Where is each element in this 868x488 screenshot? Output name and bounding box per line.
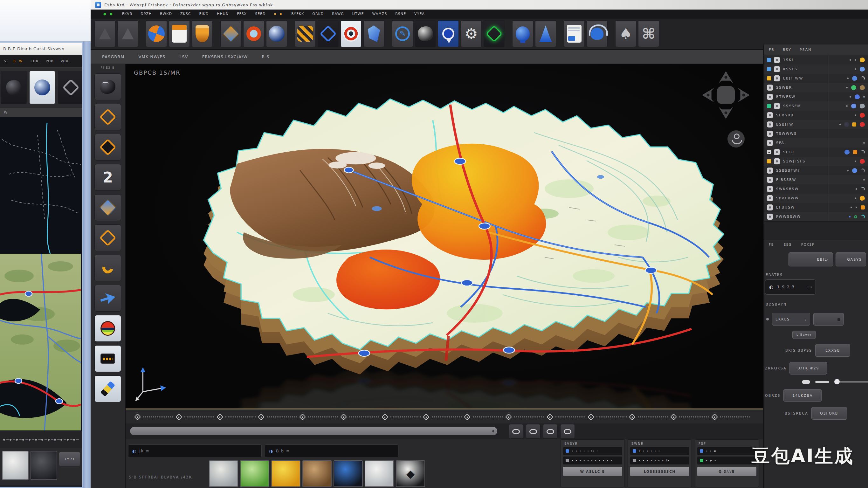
thumbnail-light-rock[interactable] <box>209 460 238 487</box>
panel-tab[interactable]: PSAN <box>800 48 812 52</box>
thumbnail-black-diamond[interactable]: ◆ <box>396 460 425 487</box>
menu-item[interactable]: QRKD <box>312 12 324 16</box>
mini-button[interactable]: L Bawrr <box>792 331 816 339</box>
pan-down-button[interactable] <box>719 107 733 119</box>
keyframe-marker[interactable] <box>134 413 141 420</box>
pan-right-button[interactable] <box>738 88 750 102</box>
menu-item[interactable]: EUR <box>31 59 39 63</box>
menu-item[interactable]: ● ● <box>103 12 114 16</box>
timeline-view-button[interactable] <box>526 424 540 439</box>
menu-item[interactable]: WBL <box>61 59 70 63</box>
keyframe-marker[interactable] <box>464 413 471 420</box>
secondary-window-titlebar[interactable]: R.B.E Dksnb Carsf Skswsn <box>0 42 82 55</box>
layer-row[interactable]: SSYSEM <box>764 101 868 111</box>
tool-button[interactable] <box>94 315 121 342</box>
menu-item[interactable]: HHUN <box>217 12 228 16</box>
tool-button[interactable]: 2 <box>94 164 121 191</box>
menu-item[interactable]: RSNE <box>395 12 406 16</box>
menu-item[interactable]: B W <box>13 59 24 63</box>
toolbar-button[interactable] <box>192 20 213 47</box>
layer-row[interactable]: S1WJFSFS <box>764 157 868 166</box>
toolbar-button[interactable] <box>266 20 287 47</box>
toolbar-button[interactable] <box>484 20 504 47</box>
layer-row[interactable]: KSSES <box>764 64 868 74</box>
toolbar-button[interactable] <box>243 20 264 47</box>
toolbar-button[interactable] <box>415 20 436 47</box>
panel-field[interactable]: • • • • • • • • • • • <box>563 457 622 464</box>
tool-button[interactable] <box>94 224 121 251</box>
toolbar-button[interactable] <box>535 20 556 47</box>
thumbnail-yellow-cone[interactable] <box>271 460 301 487</box>
layer-row[interactable]: EFBJJSW <box>764 203 868 212</box>
toolbar-button[interactable] <box>94 20 116 47</box>
tool-button[interactable] <box>94 255 121 281</box>
toolbar-button[interactable] <box>146 20 167 47</box>
slider-knob[interactable] <box>834 379 840 384</box>
menu-item[interactable]: VYEA <box>414 12 425 16</box>
breadcrumb-item[interactable]: R S <box>262 54 269 59</box>
footer-button[interactable]: FY 73 <box>59 452 80 466</box>
pan-center-button[interactable] <box>717 86 735 104</box>
keyframe-marker[interactable] <box>505 413 512 420</box>
layer-row[interactable]: 1SKL <box>764 55 868 64</box>
panel-field[interactable]: • • ≡ <box>697 447 756 455</box>
toolbar-button[interactable] <box>1 71 27 104</box>
layer-row[interactable]: BTWFSW <box>764 92 868 101</box>
layer-row[interactable]: a SFFR <box>764 148 868 157</box>
panel-field[interactable]: • • • • • /• ◦ <box>563 447 622 455</box>
menu-item[interactable]: UTWE <box>352 12 364 16</box>
panel-tab[interactable]: FB <box>769 48 775 52</box>
form-button[interactable]: 14LKZBA <box>783 389 822 402</box>
timeline-view-button[interactable] <box>509 424 523 439</box>
menu-item[interactable]: ▪ ▪ <box>274 12 283 16</box>
mini-slider-track[interactable] <box>815 381 829 383</box>
toolbar-button[interactable]: ♠ <box>615 20 636 47</box>
keyframe-marker[interactable] <box>258 413 265 420</box>
toolbar-button[interactable] <box>364 20 384 47</box>
layer-row[interactable]: TSWWWS <box>764 129 868 138</box>
layer-row[interactable]: FWWSSWW <box>764 212 868 221</box>
layer-row[interactable]: SSBSBFW7 <box>764 166 868 175</box>
thumbnail-green-leaf[interactable] <box>240 460 269 487</box>
toolbar-button[interactable] <box>295 20 316 47</box>
menu-item[interactable]: SEED <box>255 12 266 16</box>
keyframe-marker[interactable] <box>670 413 677 420</box>
menu-item[interactable]: BYEKK <box>291 12 304 16</box>
menu-item[interactable]: FKVR <box>122 12 132 16</box>
panel-button[interactable]: LOSSSSSSSCH <box>630 467 689 476</box>
thumbnail-white-rock[interactable] <box>365 460 394 487</box>
mini-slider-handle[interactable] <box>802 380 810 384</box>
toolbar-button[interactable] <box>587 20 608 47</box>
layer-row[interactable]: SWKSBSW <box>764 184 868 193</box>
secondary-map-view[interactable] <box>0 117 82 430</box>
pan-left-button[interactable] <box>702 88 714 102</box>
menu-item[interactable]: EIKD <box>199 12 209 16</box>
tool-button[interactable] <box>94 134 121 160</box>
layer-row[interactable]: BSBJFW <box>764 120 868 129</box>
toolbar-button[interactable]: ⚙ <box>461 20 482 47</box>
breadcrumb-item[interactable]: VMK NW/PS <box>138 54 166 59</box>
keyframe-marker[interactable] <box>547 413 553 420</box>
timeline-view-button[interactable] <box>560 424 575 439</box>
layer-row[interactable]: SSWBR <box>764 83 868 92</box>
tool-button[interactable] <box>94 285 121 311</box>
form-button[interactable]: Q3FOKB <box>811 407 847 420</box>
toolbar-button[interactable] <box>220 20 241 47</box>
layer-row[interactable]: F-BSSBW <box>764 175 868 184</box>
toolbar-button[interactable] <box>169 20 190 47</box>
toolbar-button[interactable] <box>29 71 55 104</box>
tool-button[interactable] <box>94 345 121 372</box>
toolbar-button[interactable] <box>58 71 82 104</box>
keyframe-marker[interactable] <box>423 413 430 420</box>
form-button[interactable]: EXXSB <box>815 344 850 357</box>
section-tab[interactable]: EBS <box>784 243 792 246</box>
panel-tab[interactable]: BSY <box>783 48 792 52</box>
keyframe-marker[interactable] <box>629 413 636 420</box>
menu-item[interactable]: S <box>4 59 6 63</box>
slider-track[interactable] <box>837 382 868 383</box>
layer-row[interactable]: EBJF WW <box>764 74 868 83</box>
timeline-scrollbar[interactable] <box>130 427 497 435</box>
menu-item[interactable]: PUB <box>46 59 54 63</box>
thumbnail-blue-dark[interactable] <box>334 460 363 487</box>
form-button[interactable]: U/TK #29 <box>789 362 827 374</box>
